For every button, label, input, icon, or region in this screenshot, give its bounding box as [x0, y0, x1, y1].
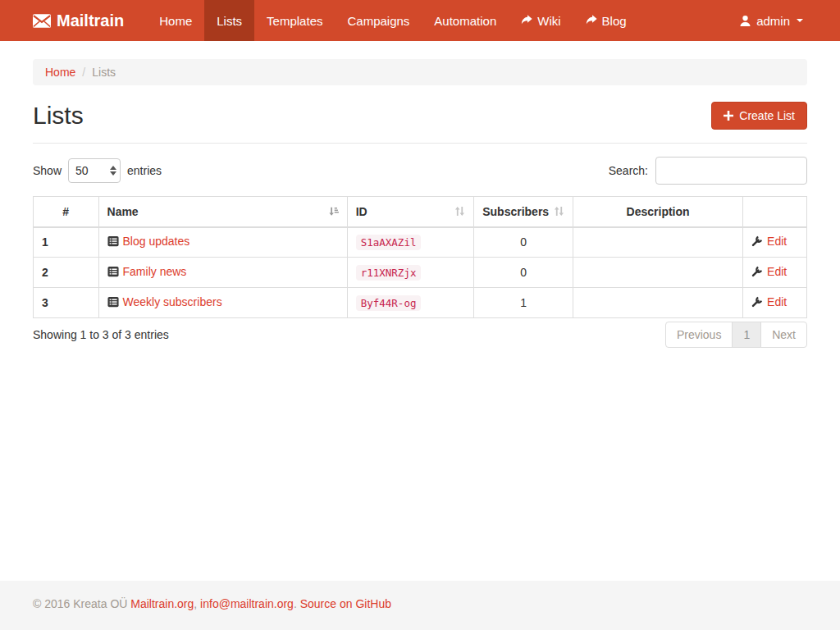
nav-item-campaigns[interactable]: Campaigns	[335, 0, 422, 41]
pagination-next[interactable]: Next	[760, 322, 807, 348]
page-footer: © 2016 Kreata OÜ Mailtrain.org, info@mai…	[0, 581, 840, 630]
list-icon	[107, 266, 119, 277]
col-header-label: ID	[356, 205, 368, 218]
main-content: Home / Lists Lists Create List Show 50 e…	[0, 41, 840, 581]
footer-separator: .	[294, 597, 297, 610]
list-name-link[interactable]: Blog updates	[107, 235, 190, 248]
nav-item-blog[interactable]: Blog	[573, 0, 639, 41]
nav-label: Blog	[602, 14, 627, 28]
row-index: 2	[34, 258, 99, 288]
copyright-text: © 2016 Kreata OÜ	[33, 597, 127, 610]
list-id: Byf44R-og	[356, 295, 422, 311]
list-name: Family news	[123, 265, 187, 278]
col-header-id[interactable]: ID	[347, 197, 473, 227]
nav-label: Automation	[434, 14, 496, 28]
list-icon	[107, 296, 119, 308]
nav-item-lists[interactable]: Lists	[204, 0, 254, 41]
external-share-icon	[586, 15, 597, 26]
list-id: r11XNRZjx	[356, 265, 422, 281]
page-title: Lists	[33, 102, 84, 130]
chevron-down-icon	[797, 19, 803, 22]
user-menu[interactable]: admin	[735, 0, 807, 41]
col-header-description[interactable]: Description	[573, 197, 743, 227]
footer-separator: ,	[194, 597, 197, 610]
breadcrumb: Home / Lists	[33, 59, 807, 85]
source-github-link[interactable]: Source on GitHub	[300, 597, 391, 610]
lists-table: # Name	[33, 196, 807, 318]
envelope-icon	[33, 14, 51, 28]
table-row: 2 Family news r11XNRZjx 0	[34, 258, 807, 288]
user-icon	[739, 15, 751, 27]
edit-link[interactable]: Edit	[751, 235, 787, 248]
sort-desc-icon	[328, 206, 339, 217]
table-header-row: # Name	[34, 197, 807, 227]
pagination-page-1[interactable]: 1	[732, 322, 761, 348]
edit-label: Edit	[767, 235, 787, 248]
sort-both-icon	[454, 206, 465, 217]
nav-item-wiki[interactable]: Wiki	[509, 0, 573, 41]
create-list-button[interactable]: Create List	[711, 102, 807, 130]
divider	[33, 143, 807, 144]
wrench-icon	[751, 296, 763, 308]
nav-label: Templates	[267, 14, 322, 28]
nav-label: Lists	[217, 14, 242, 28]
list-description	[573, 258, 743, 288]
email-link[interactable]: info@mailtrain.org	[200, 597, 294, 610]
pagination: Previous 1 Next	[665, 322, 807, 348]
list-name-link[interactable]: Family news	[107, 265, 187, 278]
col-header-actions	[743, 197, 807, 227]
nav-label: Home	[159, 14, 192, 28]
mailtrain-org-link[interactable]: Mailtrain.org	[130, 597, 194, 610]
breadcrumb-separator: /	[82, 66, 85, 79]
wrench-icon	[751, 266, 763, 277]
list-id: S1aAXAZil	[356, 235, 422, 250]
col-header-name[interactable]: Name	[98, 197, 347, 227]
create-list-label: Create List	[739, 109, 795, 122]
subscriber-count: 0	[474, 258, 573, 288]
show-label: Show	[33, 164, 62, 177]
list-description	[573, 227, 743, 258]
nav-item-home[interactable]: Home	[147, 0, 204, 41]
page-length-select[interactable]: 50	[68, 158, 121, 183]
page-length-select-wrap: 50	[68, 158, 121, 183]
pagination-previous[interactable]: Previous	[665, 322, 733, 348]
search-label: Search:	[609, 164, 648, 177]
edit-link[interactable]: Edit	[751, 295, 787, 308]
subscriber-count: 0	[474, 227, 573, 258]
list-name-link[interactable]: Weekly subscribers	[107, 295, 222, 308]
table-row: 3 Weekly subscribers Byf44R-og 1	[34, 288, 807, 318]
row-index: 3	[34, 288, 99, 318]
external-share-icon	[521, 15, 532, 26]
sort-both-icon	[554, 206, 564, 217]
nav-label: Campaigns	[347, 14, 409, 28]
nav-label: Wiki	[537, 14, 560, 28]
edit-label: Edit	[767, 295, 787, 308]
table-row: 1 Blog updates S1aAXAZil 0	[34, 227, 807, 258]
list-name: Blog updates	[123, 235, 190, 248]
col-header-index[interactable]: #	[34, 197, 99, 227]
username: admin	[756, 14, 790, 28]
nav-item-automation[interactable]: Automation	[422, 0, 509, 41]
nav-item-templates[interactable]: Templates	[254, 0, 335, 41]
edit-label: Edit	[767, 265, 787, 278]
table-summary: Showing 1 to 3 of 3 entries	[33, 328, 169, 341]
brand[interactable]: Mailtrain	[33, 0, 124, 41]
top-navbar: Mailtrain Home Lists Templates Campaigns…	[0, 0, 840, 41]
col-header-label: Name	[107, 205, 139, 218]
plus-icon	[724, 111, 733, 121]
brand-label: Mailtrain	[57, 11, 124, 30]
col-header-subscribers[interactable]: Subscribers	[474, 197, 573, 227]
list-icon	[107, 235, 119, 247]
search-input[interactable]	[655, 157, 807, 185]
wrench-icon	[751, 235, 763, 247]
list-description	[573, 288, 743, 318]
list-name: Weekly subscribers	[123, 295, 222, 308]
main-nav: Home Lists Templates Campaigns Automatio…	[147, 0, 638, 41]
col-header-label: Subscribers	[482, 205, 549, 218]
subscriber-count: 1	[474, 288, 573, 318]
row-index: 1	[34, 227, 99, 258]
entries-label: entries	[127, 164, 162, 177]
edit-link[interactable]: Edit	[751, 265, 787, 278]
breadcrumb-current: Lists	[92, 66, 116, 79]
breadcrumb-home-link[interactable]: Home	[45, 66, 75, 79]
